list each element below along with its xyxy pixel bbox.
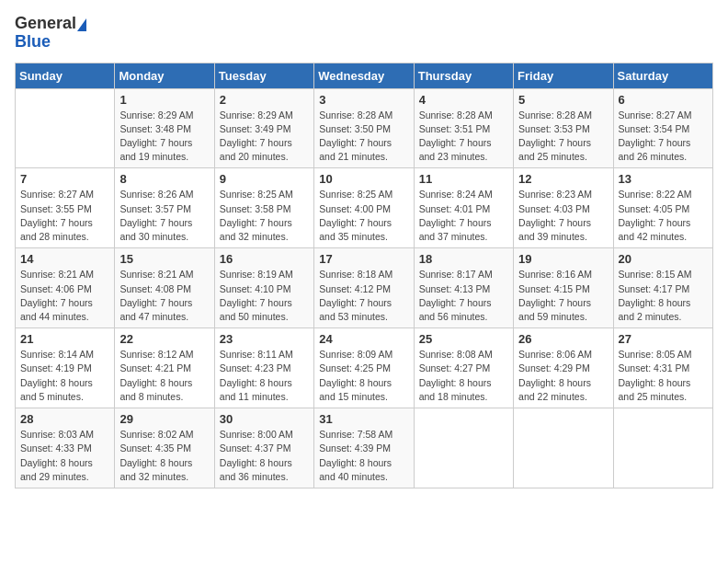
day-detail: Sunrise: 8:28 AMSunset: 3:51 PMDaylight:… [419,109,508,165]
day-detail: Sunrise: 8:03 AMSunset: 4:33 PMDaylight:… [20,428,109,484]
day-detail: Sunrise: 8:22 AMSunset: 4:05 PMDaylight:… [619,188,708,244]
day-cell: 14Sunrise: 8:21 AMSunset: 4:06 PMDayligh… [16,248,115,328]
day-cell: 1Sunrise: 8:29 AMSunset: 3:48 PMDaylight… [115,88,214,168]
day-detail: Sunrise: 8:17 AMSunset: 4:13 PMDaylight:… [419,268,508,324]
day-number: 29 [119,412,209,426]
day-cell: 12Sunrise: 8:23 AMSunset: 4:03 PMDayligh… [514,168,613,248]
day-cell [514,408,613,488]
day-detail: Sunrise: 8:02 AMSunset: 4:35 PMDaylight:… [119,428,209,484]
day-number: 18 [419,252,508,266]
weekday-header: Tuesday [214,63,313,88]
day-cell: 18Sunrise: 8:17 AMSunset: 4:13 PMDayligh… [414,248,513,328]
weekday-header: Sunday [16,63,115,88]
day-detail: Sunrise: 8:08 AMSunset: 4:27 PMDaylight:… [419,348,508,404]
day-detail: Sunrise: 8:19 AMSunset: 4:10 PMDaylight:… [220,268,309,324]
day-cell: 17Sunrise: 8:18 AMSunset: 4:12 PMDayligh… [314,248,414,328]
day-detail: Sunrise: 8:25 AMSunset: 3:58 PMDaylight:… [220,188,309,244]
day-number: 6 [619,93,708,107]
day-cell: 31Sunrise: 7:58 AMSunset: 4:39 PMDayligh… [314,408,414,488]
day-number: 22 [119,332,209,346]
weekday-header: Friday [514,63,613,88]
week-row: 21Sunrise: 8:14 AMSunset: 4:19 PMDayligh… [16,328,713,408]
day-detail: Sunrise: 8:29 AMSunset: 3:49 PMDaylight:… [220,109,309,165]
day-number: 28 [20,412,109,426]
day-cell: 25Sunrise: 8:08 AMSunset: 4:27 PMDayligh… [414,328,513,408]
calendar-table: SundayMondayTuesdayWednesdayThursdayFrid… [15,63,713,488]
day-detail: Sunrise: 8:21 AMSunset: 4:06 PMDaylight:… [20,268,109,324]
day-cell: 24Sunrise: 8:09 AMSunset: 4:25 PMDayligh… [314,328,414,408]
weekday-header: Thursday [414,63,513,88]
day-number: 27 [619,332,708,346]
day-cell: 13Sunrise: 8:22 AMSunset: 4:05 PMDayligh… [613,168,712,248]
day-number: 12 [518,172,608,186]
day-cell: 4Sunrise: 8:28 AMSunset: 3:51 PMDaylight… [414,88,513,168]
day-cell: 21Sunrise: 8:14 AMSunset: 4:19 PMDayligh… [16,328,115,408]
day-number: 30 [220,412,309,426]
day-detail: Sunrise: 8:00 AMSunset: 4:37 PMDaylight:… [220,428,309,484]
day-number: 8 [119,172,209,186]
day-cell: 22Sunrise: 8:12 AMSunset: 4:21 PMDayligh… [115,328,214,408]
week-row: 28Sunrise: 8:03 AMSunset: 4:33 PMDayligh… [16,408,713,488]
day-detail: Sunrise: 8:16 AMSunset: 4:15 PMDaylight:… [518,268,608,324]
day-number: 17 [319,252,408,266]
day-number: 26 [518,332,608,346]
day-cell: 29Sunrise: 8:02 AMSunset: 4:35 PMDayligh… [115,408,214,488]
day-cell: 7Sunrise: 8:27 AMSunset: 3:55 PMDaylight… [16,168,115,248]
day-detail: Sunrise: 8:06 AMSunset: 4:29 PMDaylight:… [518,348,608,404]
day-cell: 10Sunrise: 8:25 AMSunset: 4:00 PMDayligh… [314,168,414,248]
day-number: 19 [518,252,608,266]
day-cell: 23Sunrise: 8:11 AMSunset: 4:23 PMDayligh… [214,328,313,408]
day-detail: Sunrise: 7:58 AMSunset: 4:39 PMDaylight:… [319,428,408,484]
header: General Blue [15,15,713,52]
day-detail: Sunrise: 8:24 AMSunset: 4:01 PMDaylight:… [419,188,508,244]
day-number: 25 [419,332,508,346]
day-cell: 3Sunrise: 8:28 AMSunset: 3:50 PMDaylight… [314,88,414,168]
day-detail: Sunrise: 8:21 AMSunset: 4:08 PMDaylight:… [119,268,209,324]
day-detail: Sunrise: 8:27 AMSunset: 3:55 PMDaylight:… [20,188,109,244]
day-cell [414,408,513,488]
week-row: 14Sunrise: 8:21 AMSunset: 4:06 PMDayligh… [16,248,713,328]
day-cell: 8Sunrise: 8:26 AMSunset: 3:57 PMDaylight… [115,168,214,248]
day-detail: Sunrise: 8:18 AMSunset: 4:12 PMDaylight:… [319,268,408,324]
day-detail: Sunrise: 8:05 AMSunset: 4:31 PMDaylight:… [619,348,708,404]
day-number: 20 [619,252,708,266]
day-cell: 30Sunrise: 8:00 AMSunset: 4:37 PMDayligh… [214,408,313,488]
day-detail: Sunrise: 8:26 AMSunset: 3:57 PMDaylight:… [119,188,209,244]
day-number: 14 [20,252,109,266]
day-number: 2 [220,93,309,107]
day-cell: 16Sunrise: 8:19 AMSunset: 4:10 PMDayligh… [214,248,313,328]
day-number: 1 [119,93,209,107]
day-cell: 27Sunrise: 8:05 AMSunset: 4:31 PMDayligh… [613,328,712,408]
day-cell: 2Sunrise: 8:29 AMSunset: 3:49 PMDaylight… [214,88,313,168]
weekday-header-row: SundayMondayTuesdayWednesdayThursdayFrid… [16,63,713,88]
day-detail: Sunrise: 8:29 AMSunset: 3:48 PMDaylight:… [119,109,209,165]
day-number: 21 [20,332,109,346]
weekday-header: Saturday [613,63,712,88]
day-cell: 19Sunrise: 8:16 AMSunset: 4:15 PMDayligh… [514,248,613,328]
day-detail: Sunrise: 8:09 AMSunset: 4:25 PMDaylight:… [319,348,408,404]
day-cell: 6Sunrise: 8:27 AMSunset: 3:54 PMDaylight… [613,88,712,168]
day-detail: Sunrise: 8:25 AMSunset: 4:00 PMDaylight:… [319,188,408,244]
day-detail: Sunrise: 8:28 AMSunset: 3:53 PMDaylight:… [518,109,608,165]
day-cell: 11Sunrise: 8:24 AMSunset: 4:01 PMDayligh… [414,168,513,248]
day-cell: 20Sunrise: 8:15 AMSunset: 4:17 PMDayligh… [613,248,712,328]
day-number: 31 [319,412,408,426]
week-row: 1Sunrise: 8:29 AMSunset: 3:48 PMDaylight… [16,88,713,168]
day-number: 15 [119,252,209,266]
day-detail: Sunrise: 8:28 AMSunset: 3:50 PMDaylight:… [319,109,408,165]
day-detail: Sunrise: 8:23 AMSunset: 4:03 PMDaylight:… [518,188,608,244]
day-number: 5 [518,93,608,107]
day-detail: Sunrise: 8:11 AMSunset: 4:23 PMDaylight:… [220,348,309,404]
day-number: 11 [419,172,508,186]
weekday-header: Monday [115,63,214,88]
day-number: 7 [20,172,109,186]
day-cell: 5Sunrise: 8:28 AMSunset: 3:53 PMDaylight… [514,88,613,168]
day-number: 24 [319,332,408,346]
day-detail: Sunrise: 8:14 AMSunset: 4:19 PMDaylight:… [20,348,109,404]
day-number: 4 [419,93,508,107]
day-number: 23 [220,332,309,346]
day-cell: 9Sunrise: 8:25 AMSunset: 3:58 PMDaylight… [214,168,313,248]
weekday-header: Wednesday [314,63,414,88]
logo-general: General [15,15,86,33]
day-cell: 15Sunrise: 8:21 AMSunset: 4:08 PMDayligh… [115,248,214,328]
